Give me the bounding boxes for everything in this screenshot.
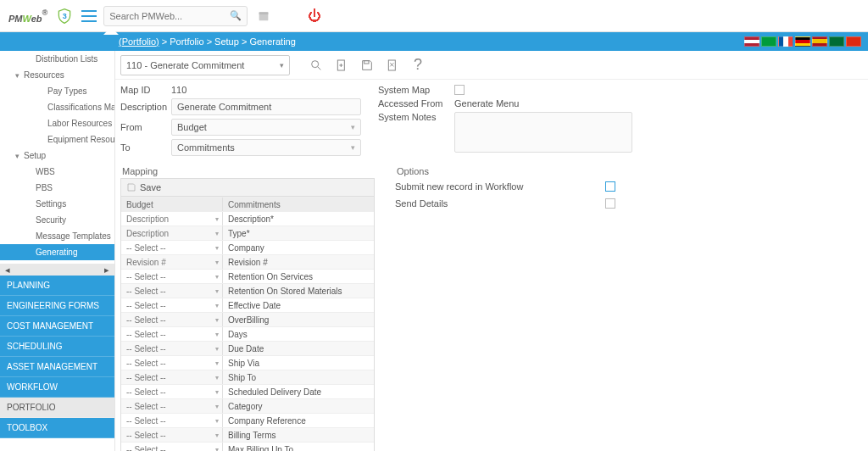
module-planning[interactable]: PLANNING xyxy=(0,276,114,296)
description-input[interactable]: Generate Commitment xyxy=(171,98,361,115)
mapping-right-value: Max Billing Up To xyxy=(223,443,374,451)
mapping-left-select[interactable]: -- Select -- xyxy=(121,414,223,427)
module-portfolio[interactable]: PORTFOLIO xyxy=(0,398,114,418)
language-flags xyxy=(744,36,868,47)
submit-workflow-label: Submit new record in Workflow xyxy=(395,181,523,192)
module-toolbox[interactable]: TOOLBOX xyxy=(0,418,114,438)
svg-rect-1 xyxy=(259,12,269,14)
add-icon[interactable] xyxy=(331,54,353,76)
menu-icon[interactable] xyxy=(81,10,97,22)
to-select[interactable]: Commitments xyxy=(171,139,361,156)
accessed-from-value: Generate Menu xyxy=(454,98,519,109)
mapping-right-value: Effective Date xyxy=(223,298,374,312)
mapping-left-select[interactable]: -- Select -- xyxy=(121,327,223,341)
mapping-left-select[interactable]: -- Select -- xyxy=(121,443,223,451)
tree-item[interactable]: Labor Resources xyxy=(0,115,114,131)
mapping-left-select[interactable]: -- Select -- xyxy=(121,385,223,398)
search-icon[interactable] xyxy=(305,54,327,76)
flag-de[interactable] xyxy=(795,36,810,47)
flag-cn[interactable] xyxy=(846,36,861,47)
mapping-right-value: Ship To xyxy=(223,370,374,384)
flag-sa[interactable] xyxy=(829,36,844,47)
breadcrumb-portfolio-link[interactable]: (Portfolio) xyxy=(119,36,159,47)
logo: PMWeb® xyxy=(8,5,47,27)
mapping-left-select[interactable]: Description xyxy=(121,212,223,226)
mapping-right-value: Category xyxy=(223,399,374,413)
mapping-left-select[interactable]: -- Select -- xyxy=(121,370,223,384)
tree-item[interactable]: Classifications Ma xyxy=(0,99,114,115)
svg-point-2 xyxy=(312,60,319,67)
mapping-right-value: OverBilling xyxy=(223,313,374,326)
tree-item[interactable]: Security xyxy=(0,212,114,228)
mapping-left-select[interactable]: -- Select -- xyxy=(121,342,223,355)
system-map-checkbox[interactable] xyxy=(454,85,465,95)
module-engineering-forms[interactable]: ENGINEERING FORMS xyxy=(0,296,114,316)
tree-item[interactable]: Distribution Lists xyxy=(0,51,114,67)
mapping-right-value: Scheduled Delivery Date xyxy=(223,385,374,398)
mapping-title: Mapping xyxy=(120,166,375,176)
mapping-left-select[interactable]: Revision # xyxy=(121,255,223,269)
record-selector[interactable]: 110 - Generate Commitment xyxy=(120,55,290,75)
module-asset-management[interactable]: ASSET MANAGEMENT xyxy=(0,357,114,377)
module-cost-management[interactable]: COST MANAGEMENT xyxy=(0,316,114,337)
options-title: Options xyxy=(395,166,615,176)
mapping-right-value: Ship Via xyxy=(223,356,374,370)
accessed-from-label: Accessed From xyxy=(378,98,454,109)
system-notes-input[interactable] xyxy=(454,112,632,153)
search-icon[interactable]: 🔍 xyxy=(230,10,242,21)
from-select[interactable]: Budget xyxy=(171,119,361,136)
mapping-left-select[interactable]: -- Select -- xyxy=(121,241,223,254)
search-input[interactable]: 🔍 xyxy=(103,6,248,26)
power-icon[interactable]: ⏻ xyxy=(305,7,324,25)
module-nav: PLANNINGENGINEERING FORMSCOST MANAGEMENT… xyxy=(0,276,114,438)
module-scheduling[interactable]: SCHEDULING xyxy=(0,337,114,357)
flag-us[interactable] xyxy=(744,36,760,47)
tree-item[interactable]: Generating xyxy=(0,244,114,260)
tree-item[interactable]: PBS xyxy=(0,180,114,196)
mapping-right-value: Type* xyxy=(223,226,374,240)
description-label: Description xyxy=(120,102,171,112)
module-workflow[interactable]: WORKFLOW xyxy=(0,377,114,398)
send-details-label: Send Details xyxy=(395,198,448,209)
help-icon[interactable]: ? xyxy=(407,54,429,76)
mapping-left-select[interactable]: Description xyxy=(121,226,223,240)
nav-tree: Distribution ListsResourcesPay TypesClas… xyxy=(0,51,114,260)
flag-es[interactable] xyxy=(812,36,827,47)
mapping-col-left: Budget xyxy=(121,198,223,211)
mapping-left-select[interactable]: -- Select -- xyxy=(121,399,223,413)
mapping-left-select[interactable]: -- Select -- xyxy=(121,298,223,312)
tree-item[interactable]: Pay Types xyxy=(0,83,114,99)
tree-item[interactable]: Setup xyxy=(0,148,114,164)
flag-fr[interactable] xyxy=(778,36,793,47)
submit-workflow-checkbox[interactable] xyxy=(605,181,615,192)
tree-item[interactable]: Equipment Resour xyxy=(0,131,114,148)
mapping-left-select[interactable]: -- Select -- xyxy=(121,284,223,298)
delete-icon[interactable] xyxy=(381,54,403,76)
mapping-left-select[interactable]: -- Select -- xyxy=(121,270,223,283)
sidebar: Distribution ListsResourcesPay TypesClas… xyxy=(0,51,115,451)
mapping-right-value: Billing Terms xyxy=(223,428,374,442)
mapping-left-select[interactable]: -- Select -- xyxy=(121,313,223,326)
tree-item[interactable]: Resources xyxy=(0,67,114,83)
map-id-label: Map ID xyxy=(120,85,171,95)
mapping-right-value: Revision # xyxy=(223,255,374,269)
record-toolbar: 110 - Generate Commitment ? xyxy=(115,51,868,80)
save-icon[interactable] xyxy=(356,54,378,76)
mapping-left-select[interactable]: -- Select -- xyxy=(121,356,223,370)
mapping-right-value: Company Reference xyxy=(223,414,374,427)
tree-item[interactable]: WBS xyxy=(0,164,114,180)
tree-item[interactable]: Message Templates xyxy=(0,228,114,244)
shield-badge[interactable]: 3 xyxy=(54,6,75,26)
from-label: From xyxy=(120,122,171,132)
tree-item[interactable]: Settings xyxy=(0,196,114,212)
calendar-icon[interactable] xyxy=(254,7,273,25)
mapping-save-button[interactable]: Save xyxy=(120,178,375,197)
mapping-right-value: Company xyxy=(223,241,374,254)
svg-line-3 xyxy=(318,67,320,70)
flag-br[interactable] xyxy=(761,36,776,47)
topbar: PMWeb® 3 🔍 ⏻ xyxy=(0,0,868,32)
mapping-left-select[interactable]: -- Select -- xyxy=(121,428,223,442)
send-details-checkbox[interactable] xyxy=(605,198,615,209)
tree-scroller[interactable]: ◂▸ xyxy=(0,264,114,276)
mapping-right-value: Retention On Stored Materials xyxy=(223,284,374,298)
